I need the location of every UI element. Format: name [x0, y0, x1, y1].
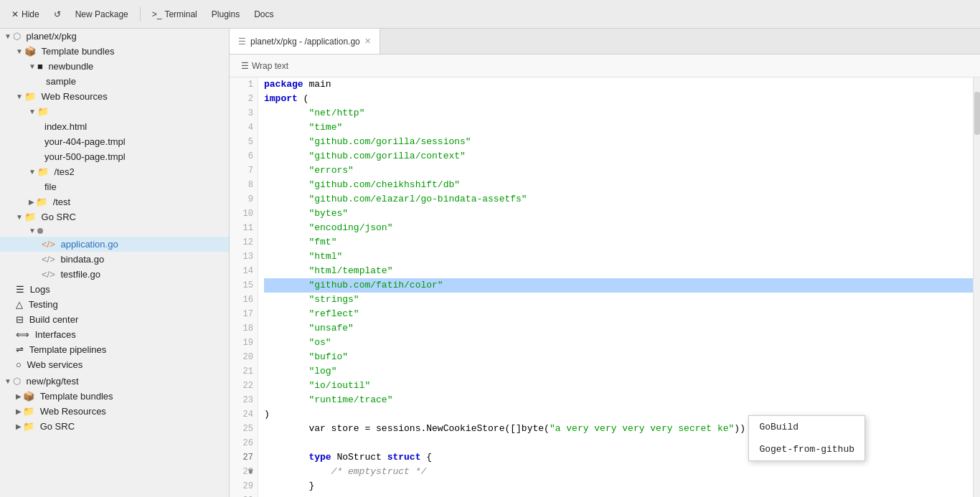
main-layout: ▼ ⬡ planet/x/pkg ▼ 📦 Template bundles ▼ … — [0, 29, 980, 497]
terminal-icon: >_ — [152, 9, 162, 19]
sidebar-item-500-page[interactable]: your-500-page.tmpl — [0, 149, 229, 164]
pipelines-icon: ⇌ — [16, 344, 24, 355]
code-line[interactable]: "bytes" — [264, 207, 974, 221]
code-line[interactable]: "os" — [264, 336, 974, 350]
code-line[interactable]: var store = sessions.NewCookieStore([]by… — [264, 422, 974, 436]
sidebar-item-sample[interactable]: sample — [0, 74, 229, 89]
sidebar-item-pkg2-go-src[interactable]: ▶ 📁 Go SRC — [0, 419, 229, 434]
code-line[interactable]: "unsafe" — [264, 321, 974, 336]
folder-icon: 📁 — [24, 91, 36, 102]
line-number: 16 — [234, 293, 253, 307]
chevron-right-icon: ▶ — [16, 392, 22, 400]
line-number: 22 — [234, 379, 253, 393]
sidebar-item-bindata-go[interactable]: </> bindata.go — [0, 252, 229, 267]
code-line[interactable]: type NoStruct struct { — [264, 450, 974, 465]
code-line[interactable]: "errors" — [264, 164, 974, 178]
sidebar-item-logs[interactable]: ☰ Logs — [0, 282, 229, 297]
sidebar-item-pkg2[interactable]: ▼ ⬡ new/pkg/test — [0, 374, 229, 389]
testing-icon: △ — [16, 299, 23, 310]
code-line[interactable]: } — [264, 479, 974, 493]
code-line[interactable]: "github.com/fatih/color" — [264, 278, 974, 293]
context-menu-item-goget[interactable]: Goget-from-github — [749, 438, 864, 460]
scrollbar-track[interactable] — [973, 77, 980, 497]
package-icon: ⬡ — [13, 376, 21, 387]
sidebar-item-pkg1[interactable]: ▼ ⬡ planet/x/pkg — [0, 29, 229, 44]
code-line[interactable]: "github.com/gorilla/sessions" — [264, 135, 974, 149]
sidebar-item-build-center[interactable]: ⊟ Build center — [0, 312, 229, 327]
line-number: 20 — [234, 350, 253, 364]
docs-button[interactable]: Docs — [248, 6, 279, 22]
code-line[interactable]: "fmt" — [264, 235, 974, 250]
chevron-down-icon: ▼ — [29, 62, 36, 70]
sidebar-item-testing[interactable]: △ Testing — [0, 297, 229, 312]
sidebar-item-go-src[interactable]: ▼ 📁 Go SRC — [0, 209, 229, 224]
code-editor[interactable]: 1234567891011121314151617181920212223242… — [230, 77, 980, 497]
sidebar-item-test[interactable]: ▶ 📁 /test — [0, 194, 229, 209]
sidebar-item-pkg2-web-resources[interactable]: ▶ 📁 Web Resources — [0, 404, 229, 419]
new-package-button[interactable]: New Package — [70, 6, 134, 22]
sidebar-item-newbundle[interactable]: ▼ ■ newbundle — [0, 59, 229, 74]
code-line[interactable]: "github.com/elazarl/go-bindata-assetfs" — [264, 192, 974, 207]
code-line[interactable]: "html" — [264, 250, 974, 264]
sidebar-item-application-go[interactable]: </> application.go — [0, 237, 229, 252]
code-line[interactable]: "net/http" — [264, 106, 974, 120]
sidebar-item-pkg2-template-bundles[interactable]: ▶ 📦 Template bundles — [0, 389, 229, 404]
code-line[interactable]: "strings" — [264, 293, 974, 307]
line-number: 5 — [234, 135, 253, 149]
folder-icon: 📁 — [23, 421, 34, 432]
sidebar-item-template-pipelines[interactable]: ⇌ Template pipelines — [0, 342, 229, 357]
sidebar-item-template-bundles[interactable]: ▼ 📦 Template bundles — [0, 44, 229, 59]
pkg-icon: 📦 — [23, 391, 34, 402]
code-line[interactable] — [264, 436, 974, 450]
code-line[interactable]: ) — [264, 407, 974, 422]
wrap-icon: ☰ — [241, 61, 249, 71]
line-number: 17 — [234, 307, 253, 321]
code-line[interactable]: "bufio" — [264, 350, 974, 364]
context-menu-item-gobuild[interactable]: GoBuild — [749, 416, 864, 438]
code-line[interactable]: "time" — [264, 120, 974, 135]
code-line[interactable]: package main — [264, 77, 974, 92]
code-line[interactable] — [264, 493, 974, 497]
tab-close-button[interactable]: ✕ — [364, 37, 371, 46]
separator — [140, 7, 141, 22]
line-number: 6 — [234, 149, 253, 164]
tab-bar: ☰ planet/x/pkg - /application.go ✕ — [230, 29, 980, 55]
code-line[interactable]: "log" — [264, 364, 974, 379]
line-number: 8 — [234, 178, 253, 192]
package-icon: ⬡ — [13, 31, 21, 42]
chevron-down-icon: ▼ — [16, 213, 23, 221]
line-number: 11 — [234, 221, 253, 235]
line-number: 29 — [234, 479, 253, 493]
scrollbar-thumb[interactable] — [974, 92, 980, 135]
line-numbers: 1234567891011121314151617181920212223242… — [230, 77, 258, 497]
sidebar-item-index-html[interactable]: index.html — [0, 119, 229, 134]
sidebar-item-web-services[interactable]: ○ Web services — [0, 357, 229, 372]
sidebar-item-file[interactable]: file — [0, 179, 229, 194]
sidebar-item-tes2[interactable]: ▼ 📁 /tes2 — [0, 164, 229, 179]
editor-tab[interactable]: ☰ planet/x/pkg - /application.go ✕ — [230, 29, 380, 54]
code-line[interactable]: "reflect" — [264, 307, 974, 321]
code-line[interactable]: "github.com/cheikhshift/db" — [264, 178, 974, 192]
code-line[interactable]: "html/template" — [264, 264, 974, 278]
code-line[interactable]: "runtime/trace" — [264, 393, 974, 407]
terminal-button[interactable]: >_ Terminal — [146, 6, 203, 22]
chevron-down-icon: ▼ — [4, 377, 11, 385]
sidebar-item-web-resources[interactable]: ▼ 📁 Web Resources — [0, 89, 229, 104]
sidebar-item-404-page[interactable]: your-404-page.tmpl — [0, 134, 229, 149]
sidebar-item-testfile-go[interactable]: </> testfile.go — [0, 267, 229, 282]
plugins-button[interactable]: Plugins — [206, 6, 245, 22]
sidebar-item-go-dot[interactable]: ▼ — [0, 224, 229, 237]
wrap-text-button[interactable]: ☰ Wrap text — [235, 59, 294, 73]
sidebar-item-interfaces[interactable]: ⟺ Interfaces — [0, 327, 229, 342]
code-line[interactable]: "github.com/gorilla/context" — [264, 149, 974, 164]
code-line[interactable]: "encoding/json" — [264, 221, 974, 235]
code-line[interactable]: /* emptystruct */ — [264, 465, 974, 479]
line-number: 18 — [234, 321, 253, 336]
chevron-down-icon: ▼ — [4, 32, 11, 40]
sidebar-item-web-res-folder1[interactable]: ▼ 📁 — [0, 104, 229, 119]
hide-button[interactable]: ✕ Hide — [6, 6, 45, 22]
refresh-button[interactable]: ↺ — [48, 6, 67, 22]
chevron-right-icon: ▶ — [16, 422, 22, 430]
code-line[interactable]: import ( — [264, 92, 974, 106]
code-line[interactable]: "io/ioutil" — [264, 379, 974, 393]
